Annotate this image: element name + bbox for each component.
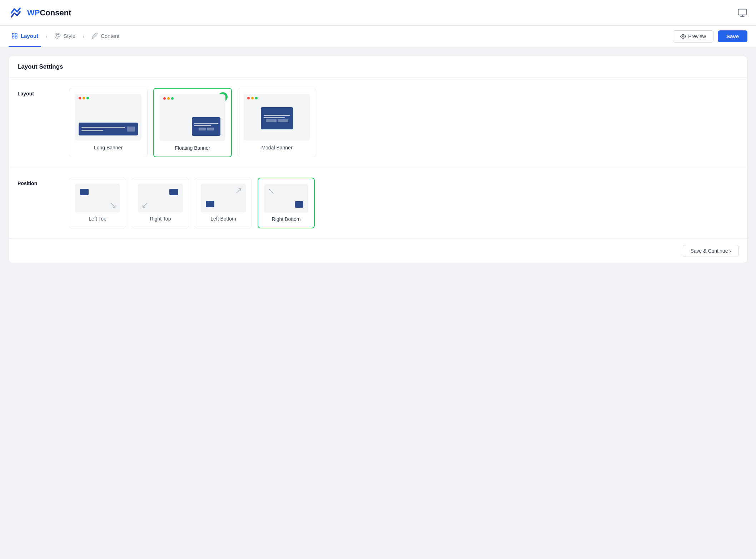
svg-rect-5 (12, 36, 14, 38)
header-right (737, 8, 747, 18)
modal-btn-1 (266, 119, 277, 122)
svg-line-12 (143, 203, 147, 207)
left-bottom-label: Left Bottom (210, 216, 236, 222)
window-dots-floating (160, 94, 177, 100)
position-option-left-bottom[interactable]: Left Bottom (195, 178, 252, 228)
layout-section: Layout (9, 78, 747, 168)
settings-card: Layout Settings Layout (9, 56, 747, 263)
svg-line-14 (269, 189, 273, 193)
chevron-2: › (83, 34, 84, 39)
save-continue-button[interactable]: Save & Continue › (683, 245, 738, 257)
position-preview-left-bottom (201, 184, 246, 212)
window-dots-modal (244, 94, 261, 99)
float-btn-1 (199, 128, 206, 130)
banner-btn (127, 127, 135, 132)
header: WPConsent (0, 0, 756, 26)
logo-area: WPConsent (9, 5, 71, 20)
layout-option-modal-banner[interactable]: Modal Banner (238, 88, 316, 157)
tab-style[interactable]: Style (51, 26, 78, 47)
nav-actions: Preview Save (673, 30, 747, 43)
logo-wp: WP (27, 8, 40, 17)
svg-point-7 (56, 35, 57, 36)
svg-rect-0 (738, 9, 746, 15)
layout-options: Long Banner ✓ (69, 88, 316, 157)
tab-layout-label: Layout (21, 33, 38, 39)
preview-label: Preview (688, 34, 706, 39)
layout-option-long-banner[interactable]: Long Banner (69, 88, 148, 157)
monitor-icon (737, 8, 747, 18)
right-top-label: Right Top (150, 216, 171, 222)
tab-style-label: Style (64, 33, 75, 39)
dot-yellow-f (167, 97, 170, 100)
wpcconsent-logo-icon (9, 5, 24, 20)
layout-option-floating-banner[interactable]: ✓ (153, 88, 232, 157)
dot-red-m (247, 97, 250, 99)
svg-point-10 (682, 36, 684, 37)
pos-square-rb (295, 201, 303, 208)
modal-banner-visual (261, 107, 293, 129)
position-option-right-top[interactable]: Right Top (132, 178, 189, 228)
pos-square-rt (169, 189, 178, 195)
logo-text: WPConsent (27, 8, 71, 18)
style-icon (54, 33, 61, 39)
modal-banner-label: Modal Banner (261, 145, 292, 150)
tab-content[interactable]: Content (89, 26, 123, 47)
main-content: Layout Settings Layout (0, 47, 756, 272)
card-header: Layout Settings (9, 56, 747, 78)
dot-red-f (163, 97, 166, 100)
modal-line-1 (264, 115, 290, 116)
svg-rect-6 (15, 36, 17, 38)
chevron-1: › (45, 34, 47, 39)
pos-arrow-lt (109, 202, 116, 209)
position-section: Position Left Top (9, 168, 747, 239)
logo-consent: Consent (40, 8, 71, 17)
content-icon (91, 33, 98, 39)
long-banner-preview (75, 94, 141, 140)
long-banner-visual (79, 123, 138, 135)
left-top-label: Left Top (89, 216, 106, 222)
preview-button[interactable]: Preview (673, 30, 713, 43)
svg-point-9 (58, 34, 59, 35)
card-title: Layout Settings (18, 63, 738, 70)
nav-bar: Layout › Style › Content Preview (0, 26, 756, 47)
tab-content-label: Content (101, 33, 120, 39)
svg-line-11 (111, 203, 115, 207)
dot-green (86, 97, 89, 99)
position-options: Left Top Right Top (69, 178, 315, 228)
pos-arrow-rt (141, 202, 149, 209)
float-line-2 (194, 125, 211, 126)
long-banner-label: Long Banner (94, 145, 123, 150)
pos-square-lt (80, 189, 89, 195)
nav-tabs: Layout › Style › Content (9, 26, 122, 47)
dot-green-m (255, 97, 258, 99)
pos-arrow-lb (235, 187, 242, 194)
dot-green-f (171, 97, 174, 100)
banner-line-2 (81, 130, 103, 131)
save-continue-label: Save & Continue › (690, 248, 731, 254)
card-footer: Save & Continue › (9, 239, 747, 263)
tab-layout[interactable]: Layout (9, 26, 41, 47)
position-preview-right-top (138, 184, 183, 212)
modal-btn-row (264, 119, 290, 122)
modal-btn-2 (278, 119, 288, 122)
floating-btn-row (194, 128, 218, 130)
position-preview-left-top (75, 184, 120, 212)
position-preview-right-bottom (264, 184, 308, 213)
svg-rect-3 (12, 33, 14, 35)
dot-yellow-m (251, 97, 254, 99)
position-label: Position (18, 178, 60, 228)
banner-lines (81, 127, 125, 131)
position-option-left-top[interactable]: Left Top (69, 178, 126, 228)
position-option-right-bottom[interactable]: Right Bottom (258, 178, 315, 228)
modal-line-2 (264, 117, 285, 118)
eye-icon (680, 34, 686, 39)
svg-rect-4 (15, 33, 17, 35)
floating-banner-label: Floating Banner (175, 145, 210, 151)
floating-lines (194, 123, 218, 126)
save-button[interactable]: Save (718, 30, 747, 42)
pos-square-lb (206, 201, 214, 207)
floating-banner-visual (192, 117, 220, 136)
dot-red (79, 97, 81, 99)
window-dots-long (75, 94, 93, 99)
float-line-1 (194, 123, 218, 124)
